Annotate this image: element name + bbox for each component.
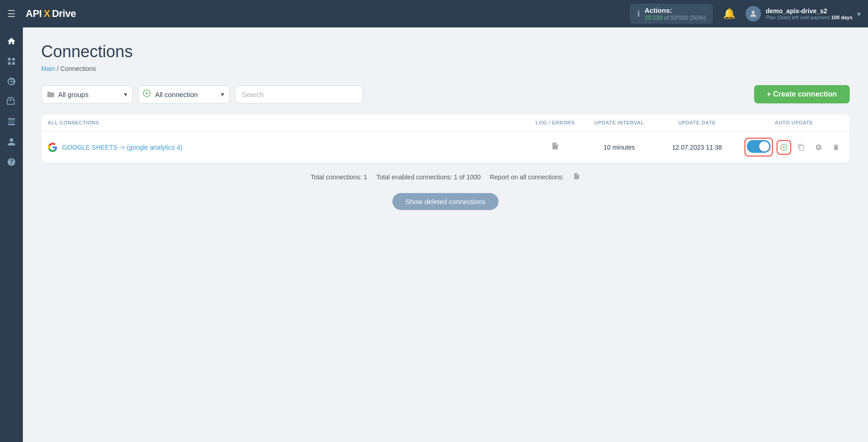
connection-name-cell: GOOGLE SHEETS -> (google analytics 4) — [41, 131, 528, 163]
auto-update-toggle[interactable] — [747, 140, 771, 153]
svg-rect-3 — [8, 62, 11, 65]
actions-used: 25'239 — [645, 14, 663, 21]
plan-info: Plan |Start| left until payment 100 days — [766, 15, 852, 20]
connection-filter-select[interactable]: All connection — [138, 86, 230, 103]
actions-pct: (50%) — [690, 14, 706, 21]
logo-api: API — [26, 8, 42, 20]
connection-filter-wrap: All connection ▾ — [138, 86, 230, 103]
search-wrap — [235, 86, 363, 103]
total-enabled: Total enabled connections: 1 of 1000 — [376, 173, 481, 181]
col-connections: ALL CONNECTIONS — [41, 114, 528, 131]
layout: Connections Main / Connections All group… — [0, 27, 868, 442]
action-icons — [777, 140, 843, 155]
report-label: Report on all connections: — [490, 173, 564, 181]
svg-rect-2 — [12, 58, 15, 61]
svg-point-0 — [752, 11, 755, 14]
groups-dropdown-wrap: All groups ▾ — [41, 86, 133, 103]
logo-drive: Drive — [52, 8, 76, 20]
sidebar — [0, 27, 23, 442]
user-info: demo_apix-drive_s2 Plan |Start| left unt… — [766, 7, 852, 20]
user-menu[interactable]: demo_apix-drive_s2 Plan |Start| left unt… — [745, 6, 861, 22]
col-date: UPDATE DATE — [656, 114, 738, 131]
col-interval: UPDATE INTERVAL — [583, 114, 656, 131]
interval-cell: 10 minutes — [583, 131, 656, 163]
svg-rect-6 — [8, 119, 15, 120]
actions-of-word: of — [664, 14, 669, 21]
breadcrumb-main[interactable]: Main — [41, 65, 55, 72]
table-row: GOOGLE SHEETS -> (google analytics 4) 10… — [41, 131, 850, 163]
avatar — [745, 6, 761, 22]
footer-stats: Total connections: 1 Total enabled conne… — [41, 172, 850, 182]
actions-widget: ℹ Actions: 25'239 of 50'000 (50%) — [630, 4, 713, 24]
run-icon[interactable] — [777, 140, 791, 155]
groups-select[interactable]: All groups — [41, 86, 133, 103]
auto-update-cell — [738, 131, 850, 163]
actions-stat: 25'239 of 50'000 (50%) — [645, 14, 706, 21]
svg-marker-11 — [783, 146, 785, 148]
svg-rect-7 — [8, 124, 15, 125]
page-title: Connections — [41, 42, 850, 61]
sidebar-item-play[interactable] — [2, 113, 21, 131]
sidebar-item-home[interactable] — [2, 32, 21, 50]
breadcrumb-current: Connections — [60, 65, 96, 72]
date-cell: 12.07.2023 11:38 — [656, 131, 738, 163]
col-auto: AUTO UPDATE — [738, 114, 850, 131]
topnav: ☰ APIXDrive ℹ Actions: 25'239 of 50'000 … — [0, 0, 868, 27]
sidebar-item-help[interactable] — [2, 153, 21, 171]
sidebar-item-billing[interactable] — [2, 72, 21, 91]
sidebar-item-connections[interactable] — [2, 92, 21, 111]
chevron-down-icon: ▾ — [857, 10, 861, 18]
table-header-row: ALL CONNECTIONS LOG / ERRORS UPDATE INTE… — [41, 114, 850, 131]
settings-icon[interactable] — [811, 140, 826, 155]
log-icon[interactable] — [551, 143, 559, 152]
breadcrumb-sep: / — [57, 65, 60, 72]
search-input[interactable] — [235, 86, 363, 103]
username: demo_apix-drive_s2 — [766, 7, 852, 15]
google-icon — [48, 142, 58, 152]
hamburger-icon[interactable]: ☰ — [7, 8, 16, 19]
svg-point-5 — [11, 81, 12, 82]
total-connections: Total connections: 1 — [311, 173, 367, 181]
sidebar-item-profile[interactable] — [2, 133, 21, 151]
actions-total: 50'000 — [670, 14, 688, 21]
col-log: LOG / ERRORS — [528, 114, 583, 131]
main-content: Connections Main / Connections All group… — [23, 27, 868, 442]
delete-icon[interactable] — [829, 140, 843, 155]
toolbar: All groups ▾ All connection ▾ + Create c… — [41, 85, 850, 103]
logo-x: X — [43, 8, 50, 20]
connection-link[interactable]: GOOGLE SHEETS -> (google analytics 4) — [62, 144, 182, 151]
svg-rect-4 — [12, 62, 15, 65]
breadcrumb: Main / Connections — [41, 65, 850, 72]
log-cell — [528, 131, 583, 163]
report-icon[interactable] — [573, 172, 580, 182]
connections-table: ALL CONNECTIONS LOG / ERRORS UPDATE INTE… — [41, 114, 850, 163]
copy-icon[interactable] — [794, 140, 809, 155]
bell-icon[interactable]: 🔔 — [723, 8, 735, 20]
show-deleted-wrap: Show deleted connections — [41, 193, 850, 210]
show-deleted-button[interactable]: Show deleted connections — [392, 193, 498, 210]
logo: APIXDrive — [26, 8, 76, 20]
interval-value: 10 minutes — [604, 144, 635, 151]
actions-label: Actions: — [645, 6, 706, 14]
create-connection-button[interactable]: + Create connection — [754, 85, 850, 103]
date-value: 12.07.2023 11:38 — [672, 144, 722, 151]
svg-rect-1 — [8, 58, 11, 61]
info-icon: ℹ — [637, 9, 640, 19]
sidebar-item-dashboard[interactable] — [2, 52, 21, 70]
toggle-highlight — [745, 138, 773, 156]
